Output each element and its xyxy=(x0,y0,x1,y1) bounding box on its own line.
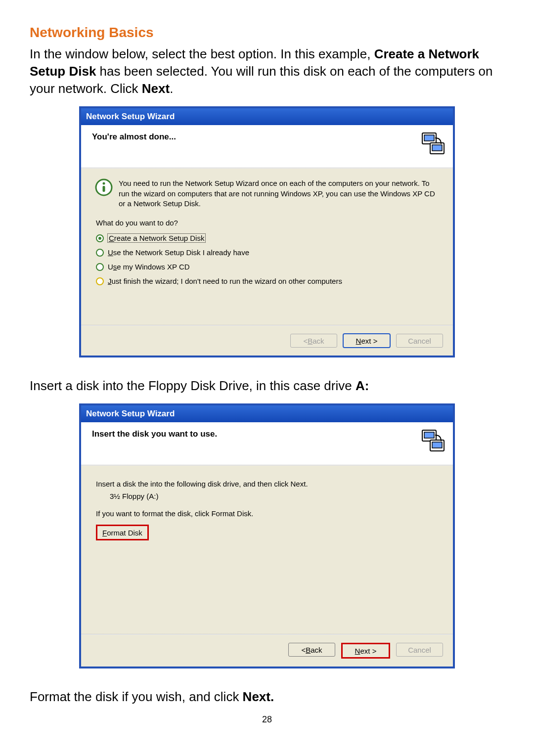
text: . xyxy=(170,81,173,96)
text-bold: A: xyxy=(356,378,369,393)
svg-rect-6 xyxy=(103,186,105,192)
svg-rect-10 xyxy=(432,442,442,448)
wizard-footer: < Back Next > Cancel xyxy=(81,326,453,356)
text: In the window below, select the best opt… xyxy=(30,46,374,61)
wizard-question: What do you want to do? xyxy=(96,219,438,227)
drive-label: 3½ Floppy (A:) xyxy=(110,492,438,500)
back-button[interactable]: < Back xyxy=(290,334,337,348)
radio-use-existing-disk[interactable]: Use the Network Setup Disk I already hav… xyxy=(96,248,438,257)
section-title: Networking Basics xyxy=(30,25,504,41)
text: has been selected. You will run this dis… xyxy=(30,64,493,96)
back-button[interactable]: < Back xyxy=(288,643,335,657)
radio-icon xyxy=(96,234,104,242)
radio-label: Just finish the wizard; I don't need to … xyxy=(108,277,342,285)
radio-label: Use my Windows XP CD xyxy=(108,263,190,271)
wizard-header: You're almost done... xyxy=(81,125,453,168)
titlebar: Network Setup Wizard xyxy=(81,405,453,422)
info-icon xyxy=(95,178,113,196)
wizard-body: You need to run the Network Setup Wizard… xyxy=(81,169,453,325)
text-bold: Next xyxy=(142,81,170,96)
svg-point-5 xyxy=(103,182,105,185)
svg-rect-8 xyxy=(424,432,434,438)
wizard-window-2: Network Setup Wizard Insert the disk you… xyxy=(79,403,455,668)
radio-just-finish[interactable]: Just finish the wizard; I don't need to … xyxy=(96,277,438,285)
radio-label: Use the Network Setup Disk I already hav… xyxy=(108,248,249,257)
window-title: Network Setup Wizard xyxy=(86,112,175,122)
radio-label: Create a Network Setup Disk xyxy=(108,234,205,242)
text: Insert a disk into the Floppy Disk Drive… xyxy=(30,378,356,393)
wizard-header: Insert the disk you want to use. xyxy=(81,422,453,465)
wizard-step-title: Insert the disk you want to use. xyxy=(92,429,217,439)
intro-paragraph-1: In the window below, select the best opt… xyxy=(30,45,504,97)
wizard-window-1: Network Setup Wizard You're almost done.… xyxy=(79,106,455,357)
radio-icon xyxy=(96,263,104,271)
text: Format the disk if you wish, and click xyxy=(30,689,243,704)
network-computers-icon xyxy=(420,428,446,454)
instruction-text: Insert a disk the into the following dis… xyxy=(96,480,438,488)
cancel-button[interactable]: Cancel xyxy=(396,334,443,348)
next-button[interactable]: Next > xyxy=(341,643,390,659)
radio-use-xp-cd[interactable]: Use my Windows XP CD xyxy=(96,263,438,271)
wizard-info-text: You need to run the Network Setup Wizard… xyxy=(119,178,438,209)
wizard-footer: < Back Next > Cancel xyxy=(81,635,453,667)
next-button[interactable]: Next > xyxy=(343,334,390,348)
svg-rect-3 xyxy=(432,145,442,151)
cancel-button[interactable]: Cancel xyxy=(396,643,443,657)
format-disk-button[interactable]: Format Disk xyxy=(96,525,149,540)
intro-paragraph-2: Insert a disk into the Floppy Disk Drive… xyxy=(30,377,504,395)
wizard-step-title: You're almost done... xyxy=(92,132,176,142)
intro-paragraph-3: Format the disk if you wish, and click N… xyxy=(30,688,504,706)
radio-icon xyxy=(96,277,104,285)
network-computers-icon xyxy=(420,131,446,157)
titlebar: Network Setup Wizard xyxy=(81,108,453,125)
page-number: 28 xyxy=(30,714,504,725)
radio-icon xyxy=(96,249,104,257)
wizard-body: Insert a disk the into the following dis… xyxy=(81,466,453,634)
window-title: Network Setup Wizard xyxy=(86,409,175,419)
text-bold: Next. xyxy=(243,689,274,704)
radio-create-disk[interactable]: Create a Network Setup Disk xyxy=(96,234,438,242)
instruction-text: If you want to format the disk, click Fo… xyxy=(96,509,438,518)
svg-rect-1 xyxy=(424,135,434,141)
